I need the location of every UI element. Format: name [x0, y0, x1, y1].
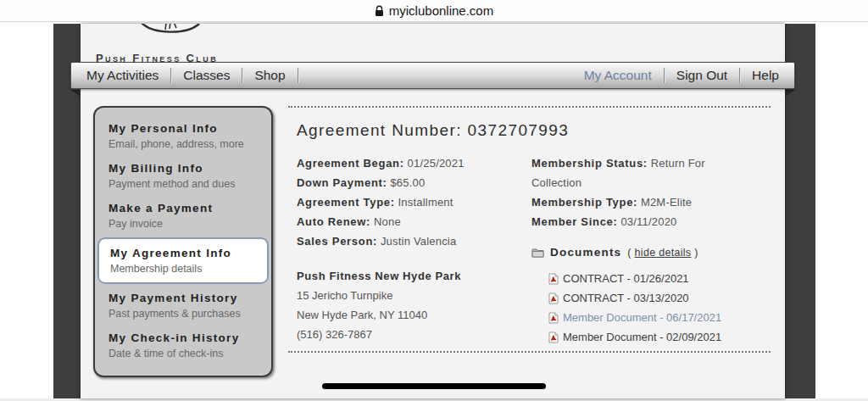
sidebar-item-subtitle: Email, phone, address, more: [108, 137, 258, 151]
detail-value: M2M-Elite: [641, 196, 692, 209]
document-link[interactable]: Member Document - 06/17/2021: [548, 308, 745, 327]
main-nav: My Activities Classes Shop My Account Si…: [70, 62, 795, 89]
documents-list: CONTRACT - 01/26/2021 CONTRACT - 03/13/2…: [548, 269, 745, 347]
club-logo-icon: [140, 24, 201, 36]
browser-url: myiclubonline.com: [389, 3, 493, 18]
ribbon-fold-right: [785, 90, 795, 97]
detail-agreement-began: Agreement Began: 01/25/2021: [297, 153, 531, 173]
home-indicator-bar[interactable]: [322, 383, 546, 389]
club-address-line2: New Hyde Park, NY 11040: [297, 305, 531, 325]
site-header: Push Fitness Club: [81, 24, 785, 62]
browser-address-bar[interactable]: myiclubonline.com: [0, 0, 868, 22]
document-link[interactable]: Member Document - 02/09/2021: [548, 327, 745, 347]
sidebar-item-title: My Payment History: [108, 291, 258, 306]
folder-icon: [531, 248, 544, 258]
nav-shop[interactable]: Shop: [242, 63, 297, 88]
detail-value: 01/25/2021: [408, 157, 465, 170]
sidebar-item-subtitle: Pay invoice: [108, 217, 258, 231]
sidebar-item-checkin-history[interactable]: My Check-in History Date & time of check…: [95, 326, 271, 365]
ribbon-fold-left: [70, 90, 81, 97]
detail-down-payment: Down Payment: $65.00: [297, 173, 531, 192]
sidebar-item-subtitle: Date & time of check-ins: [108, 347, 258, 360]
detail-value: Installment: [398, 196, 453, 209]
sidebar-item-title: My Billing Info: [108, 161, 258, 176]
nav-my-activities[interactable]: My Activities: [75, 63, 170, 88]
detail-agreement-type: Agreement Type: Installment: [297, 192, 531, 212]
documents-title: Documents: [550, 246, 621, 259]
detail-value: None: [374, 215, 401, 228]
nav-my-account[interactable]: My Account: [572, 63, 664, 88]
sidebar-item-title: My Check-in History: [108, 331, 258, 346]
club-name: Push Fitness New Hyde Park: [297, 266, 531, 286]
sidebar-item-title: My Agreement Info: [110, 246, 256, 261]
documents-section: Documents ( hide details ): [531, 246, 745, 347]
sidebar-item-subtitle: Past payments & purchases: [108, 307, 258, 320]
pdf-icon: [548, 273, 559, 285]
detail-auto-renew: Auto Renew: None: [297, 212, 531, 231]
sidebar-item-title: My Personal Info: [108, 121, 258, 136]
sidebar-item-subtitle: Payment method and dues: [108, 177, 258, 191]
document-link[interactable]: CONTRACT - 01/26/2021: [548, 269, 745, 288]
pdf-icon: [548, 292, 559, 304]
club-logo-text: Push Fitness Club: [96, 52, 218, 62]
detail-value: Justin Valencia: [381, 235, 456, 248]
club-address-line1: 15 Jericho Turnpike: [297, 286, 531, 305]
pdf-icon: [548, 331, 559, 343]
club-address-block: Push Fitness New Hyde Park 15 Jericho Tu…: [297, 266, 531, 344]
document-link[interactable]: CONTRACT - 03/13/2020: [548, 288, 745, 308]
sidebar-item-title: Make a Payment: [108, 201, 258, 216]
club-phone: (516) 326-7867: [297, 325, 531, 344]
detail-value: 03/11/2020: [620, 215, 676, 228]
agreement-panel: Agreement Number: 0372707993 Agreement B…: [288, 106, 771, 353]
lock-icon: [375, 5, 384, 17]
sidebar-item-personal-info[interactable]: My Personal Info Email, phone, address, …: [95, 116, 271, 156]
pdf-icon: [548, 312, 559, 324]
nav-classes[interactable]: Classes: [171, 63, 242, 88]
detail-member-since: Member Since: 03/11/2020: [531, 212, 745, 231]
sidebar-item-billing-info[interactable]: My Billing Info Payment method and dues: [95, 156, 271, 196]
detail-membership-type: Membership Type: M2M-Elite: [531, 192, 745, 212]
detail-membership-status: Membership Status: Return For Collection: [531, 153, 745, 192]
site-content: Push Fitness Club My Activities Classes …: [81, 24, 785, 398]
detail-value: $65.00: [390, 176, 425, 189]
sidebar-item-payment-history[interactable]: My Payment History Past payments & purch…: [95, 286, 271, 326]
sidebar-item-subtitle: Membership details: [110, 262, 256, 276]
account-sidebar: My Personal Info Email, phone, address, …: [93, 106, 273, 377]
hide-details-link[interactable]: hide details: [635, 247, 692, 259]
page-title: Agreement Number: 0372707993: [297, 121, 771, 140]
detail-sales-person: Sales Person: Justin Valencia: [297, 231, 531, 251]
nav-spacer: [298, 63, 572, 88]
nav-sign-out[interactable]: Sign Out: [665, 63, 739, 88]
sidebar-item-agreement-info[interactable]: My Agreement Info Membership details: [97, 237, 269, 284]
documents-toggle-wrap: ( hide details ): [627, 247, 698, 259]
nav-help[interactable]: Help: [740, 63, 791, 88]
sidebar-item-make-payment[interactable]: Make a Payment Pay invoice: [95, 196, 271, 236]
site-frame: Push Fitness Club My Activities Classes …: [53, 24, 815, 398]
